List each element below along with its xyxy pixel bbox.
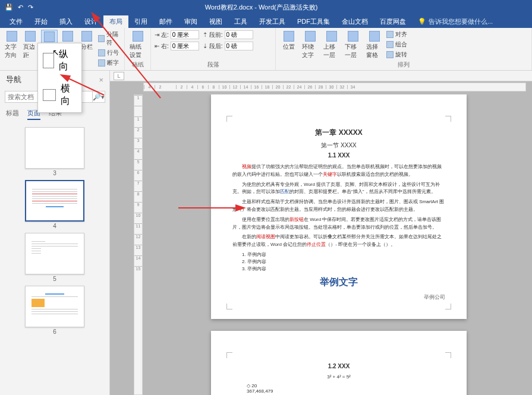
group-button[interactable]: 组合 bbox=[386, 40, 407, 49]
spacing-before-icon: ⇡ bbox=[203, 31, 207, 38]
tab-view[interactable]: 视图 bbox=[203, 15, 228, 28]
number-line-2: 367,468,479 bbox=[247, 388, 445, 394]
text-direction-button[interactable]: 文字方向 bbox=[4, 30, 20, 61]
save-icon[interactable]: 💾 bbox=[5, 4, 13, 11]
group-arrange: 位置 环绕文字 上移一层 下移一层 选择窗格 对齐 组合 旋转 排列 bbox=[276, 28, 532, 70]
tab-tools[interactable]: 工具 bbox=[228, 15, 253, 28]
indent-left-icon: ⇥ bbox=[155, 31, 159, 38]
search-button[interactable]: 🔎▾ bbox=[93, 91, 105, 103]
indent-right-input[interactable] bbox=[171, 42, 199, 50]
tab-file[interactable]: 文件 bbox=[4, 15, 29, 28]
paragraph-1: 视频提供了功能强大的方法帮助您证明您的观点。当您单击联机视频时，可以在想要添加的… bbox=[232, 163, 445, 179]
paper-settings-button[interactable]: 稿纸设置 bbox=[128, 30, 147, 61]
navigation-pane: 导航 × 🔎▾ 标题 页面 结果 3 4 5 bbox=[0, 71, 110, 395]
wrap-text-button[interactable]: 环绕文字 bbox=[301, 30, 320, 61]
selection-pane-button[interactable]: 选择窗格 bbox=[365, 30, 384, 61]
indent-right-icon: ⇤ bbox=[155, 43, 159, 49]
pages-container[interactable]: 第一章 XXXXX 第一节 XXXX 1.1 XXX 视频提供了功能强大的方法帮… bbox=[154, 94, 524, 395]
spacing-after-input[interactable] bbox=[225, 42, 253, 50]
align-button[interactable]: 对齐 bbox=[386, 30, 407, 39]
paragraph-3: 主题和样式也有助于文档保持协调。当您单击设计并选择新的主题时，图片、图表或 Sm… bbox=[232, 198, 445, 214]
orientation-landscape[interactable]: 横向 bbox=[38, 78, 81, 112]
group-paper: 稿纸设置 稿纸 bbox=[125, 28, 151, 70]
group-paragraph: ⇥左: ⇡段前: ⇤右: ⇣段后: 段落 bbox=[151, 28, 276, 70]
horizontal-ruler[interactable]: 42246810121416182022242628303234 bbox=[143, 83, 526, 91]
vertical-ruler[interactable]: 1123456789101112131415 bbox=[134, 94, 143, 395]
paragraph-4: 使用在需要位置出现的新按钮在 Word 中保存时间。若要更改图片适应文档的方式，… bbox=[232, 216, 445, 232]
margins-button[interactable]: 页边距 bbox=[22, 30, 38, 61]
list-item-1: 1. 举例内容 bbox=[242, 251, 445, 258]
thumbnail-4[interactable]: 4 bbox=[25, 180, 84, 230]
thumbnail-6[interactable]: 6 bbox=[25, 286, 84, 336]
hyphenation-button[interactable]: 断字 bbox=[98, 58, 121, 68]
tab-review[interactable]: 审阅 bbox=[178, 15, 203, 28]
tab-jinshan[interactable]: 金山文档 bbox=[336, 15, 374, 28]
document-area: L 42246810121416182022242628303234 11234… bbox=[110, 71, 532, 395]
spacing-before-input[interactable] bbox=[225, 30, 253, 39]
paragraph-2: 为使您的文档具有专业外观，Word 提供了页眉、页脚、封面和文本框设计，这些设计… bbox=[232, 181, 445, 197]
tab-developer[interactable]: 开发工具 bbox=[253, 15, 291, 28]
ruler-bar: L bbox=[110, 71, 532, 81]
tab-references[interactable]: 引用 bbox=[128, 15, 153, 28]
tell-me-search[interactable]: 💡 告诉我您想要做什么... bbox=[418, 17, 493, 26]
paragraph-5: 在新的阅读视图中阅读更加容易。可以折叠文档某些部分并关注所需文本。如果在达到结尾… bbox=[232, 233, 445, 249]
window-title: Word教程2.docx - Word(产品激活失败) bbox=[38, 3, 484, 12]
nav-close-icon[interactable]: × bbox=[99, 75, 103, 84]
send-backward-button[interactable]: 下移一层 bbox=[344, 30, 363, 61]
indent-left-input[interactable] bbox=[171, 30, 199, 39]
tab-layout[interactable]: 布局 bbox=[103, 15, 128, 28]
example-text: 举例文字 bbox=[232, 276, 445, 289]
thumbnail-5[interactable]: 5 bbox=[25, 233, 84, 283]
orientation-portrait[interactable]: 纵向 bbox=[38, 43, 81, 78]
orientation-dropdown: 纵向 横向 bbox=[37, 43, 82, 113]
tab-insert[interactable]: 插入 bbox=[53, 15, 78, 28]
page-4: 第一章 XXXXX 第一节 XXXX 1.1 XXX 视频提供了功能强大的方法帮… bbox=[211, 94, 467, 319]
page-footer: 举例公司 bbox=[232, 293, 445, 301]
search-icon: 🔎 bbox=[93, 93, 101, 101]
position-button[interactable]: 位置 bbox=[279, 30, 298, 52]
spacing-after-icon: ⇣ bbox=[203, 43, 207, 49]
tab-pdf[interactable]: PDF工具集 bbox=[291, 15, 336, 28]
subsection-heading: 1.1 XXX bbox=[232, 152, 445, 159]
bulb-icon: 💡 bbox=[418, 18, 426, 26]
thumbnail-3[interactable]: 3 bbox=[25, 127, 84, 178]
thumbnails: 3 4 5 6 bbox=[0, 124, 109, 395]
quick-access-toolbar: 💾 ↶ ↷ bbox=[0, 4, 38, 11]
cursor-icon: ↖ bbox=[52, 48, 59, 57]
chapter-heading: 第一章 XXXXX bbox=[232, 128, 445, 138]
tab-design[interactable]: 设计 bbox=[78, 15, 103, 28]
bring-forward-button[interactable]: 上移一层 bbox=[322, 30, 341, 61]
tab-home[interactable]: 开始 bbox=[29, 15, 53, 28]
section-heading: 第一节 XXXX bbox=[232, 141, 445, 150]
tab-baidu[interactable]: 百度网盘 bbox=[374, 15, 412, 28]
ribbon-tabs: 文件 开始 插入 设计 布局 引用 邮件 审阅 视图 工具 开发工具 PDF工具… bbox=[0, 15, 532, 28]
list-item-3: 3. 举例内容 bbox=[242, 266, 445, 273]
ruler-corner-button[interactable]: L bbox=[114, 72, 124, 80]
subsection-heading-2: 1.2 XXX bbox=[232, 363, 445, 369]
landscape-icon bbox=[43, 89, 56, 101]
list-item-2: 2. 举例内容 bbox=[242, 258, 445, 266]
tab-mailings[interactable]: 邮件 bbox=[153, 15, 178, 28]
redo-icon[interactable]: ↷ bbox=[28, 4, 33, 11]
undo-icon[interactable]: ↶ bbox=[18, 4, 23, 11]
nav-tab-headings[interactable]: 标题 bbox=[6, 109, 19, 120]
breaks-button[interactable]: 分隔符 bbox=[98, 30, 121, 48]
title-bar: 💾 ↶ ↷ Word教程2.docx - Word(产品激活失败) bbox=[0, 0, 532, 15]
page-5: 1.2 XXX 3² + 4² = 5² ◇ 20 367,468,479 4,… bbox=[211, 331, 467, 395]
number-line-1: ◇ 20 bbox=[247, 383, 445, 388]
rotate-button[interactable]: 旋转 bbox=[386, 50, 407, 59]
math-formula: 3² + 4² = 5² bbox=[232, 374, 445, 380]
line-numbers-button[interactable]: 行号 bbox=[98, 48, 121, 58]
